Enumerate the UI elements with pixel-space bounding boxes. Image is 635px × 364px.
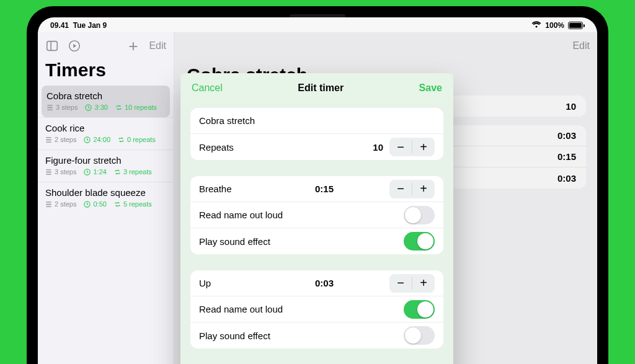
status-date: Tue Jan 9 [73,21,107,30]
repeats-meta: 5 repeats [114,200,152,208]
toggle[interactable] [404,326,435,345]
read-name-label: Read name out loud [199,304,404,314]
stepper-plus[interactable]: + [412,138,435,156]
sidebar-item-3[interactable]: Shoulder blade squeeze2 steps0:505 repea… [38,182,174,214]
play-sound-row: Play sound effect [190,228,443,254]
stepper-minus[interactable]: − [389,274,412,293]
stepper-minus[interactable]: − [389,138,412,156]
sheet-title: Edit timer [298,82,344,94]
wifi-icon [531,21,541,30]
svg-rect-0 [47,42,58,51]
step-time-row: Breathe0:15−+ [190,176,443,202]
repeats-stepper[interactable]: − + [389,138,435,156]
sidebar-toggle-icon[interactable] [45,39,59,53]
sidebar: + Edit Timers Cobra stretch3 steps3:3010… [38,32,174,364]
steps-meta: 2 steps [45,136,76,143]
status-bar: 09.41 Tue Jan 9 100% [38,17,597,32]
play-sound-label: Play sound effect [199,236,404,247]
play-sound-label: Play sound effect [199,331,404,341]
cancel-button[interactable]: Cancel [192,82,223,94]
repeats-meta: 0 repeats [118,136,156,143]
toggle[interactable] [404,300,435,319]
step-name[interactable]: Up [199,278,315,288]
timer-name: Shoulder blade squeeze [45,187,166,198]
step-group-1: Up0:03−+Read name out loudPlay sound eff… [190,270,443,348]
duration-meta: 1:24 [84,168,106,175]
status-left: 09.41 Tue Jan 9 [50,21,107,30]
time-stepper[interactable]: −+ [389,180,435,198]
toggle[interactable] [404,232,435,251]
play-sound-row: Play sound effect [190,322,443,348]
toggle[interactable] [404,206,435,224]
sidebar-item-1[interactable]: Cook rice2 steps24:000 repeats [38,117,174,149]
battery-icon [568,22,585,29]
read-name-row: Read name out loud [190,202,443,228]
steps-meta: 3 steps [47,104,78,111]
step-time: 0:03 [315,278,389,288]
add-button[interactable]: + [128,37,138,56]
edit-timer-sheet: Cancel Edit timer Save Cobra stretch Rep… [180,73,453,364]
steps-meta: 3 steps [45,168,76,175]
play-icon[interactable] [68,39,81,53]
time-stepper[interactable]: −+ [389,274,435,293]
sidebar-edit-button[interactable]: Edit [149,40,166,51]
timer-name: Cook rice [45,123,166,133]
timer-name: Cobra stretch [47,91,165,101]
timer-list: Cobra stretch3 steps3:3010 repeatsCook r… [38,86,174,214]
status-time: 09.41 [50,21,69,30]
repeats-meta: 3 repeats [114,168,152,175]
duration-meta: 0:50 [84,200,106,208]
battery-percent: 100% [545,21,564,30]
duration-meta: 24:00 [84,136,110,143]
main-edit-button[interactable]: Edit [572,40,590,51]
sidebar-title: Timers [38,60,174,86]
stepper-plus[interactable]: + [412,180,435,198]
repeats-label: Repeats [199,142,373,153]
duration-meta: 3:30 [85,104,107,111]
timer-name: Figure-four stretch [45,155,166,166]
steps-meta: 2 steps [45,200,76,208]
timer-name-field[interactable]: Cobra stretch [199,115,435,126]
sidebar-item-0[interactable]: Cobra stretch3 steps3:3010 repeats [42,86,170,117]
step-name[interactable]: Breathe [199,184,315,194]
step-group-0: Breathe0:15−+Read name out loudPlay soun… [190,176,443,254]
read-name-row: Read name out loud [190,296,443,322]
stepper-minus[interactable]: − [389,180,412,198]
read-name-label: Read name out loud [199,210,404,220]
sidebar-item-2[interactable]: Figure-four stretch3 steps1:243 repeats [38,149,174,182]
save-button[interactable]: Save [419,82,442,94]
repeats-meta: 10 repeats [115,104,157,111]
step-time-row: Up0:03−+ [190,270,443,296]
repeats-value: 10 [373,142,383,153]
timer-name-row[interactable]: Cobra stretch [190,108,443,134]
step-time: 0:15 [315,184,389,194]
stepper-plus[interactable]: + [412,274,435,293]
repeats-row: Repeats 10 − + [190,134,443,160]
